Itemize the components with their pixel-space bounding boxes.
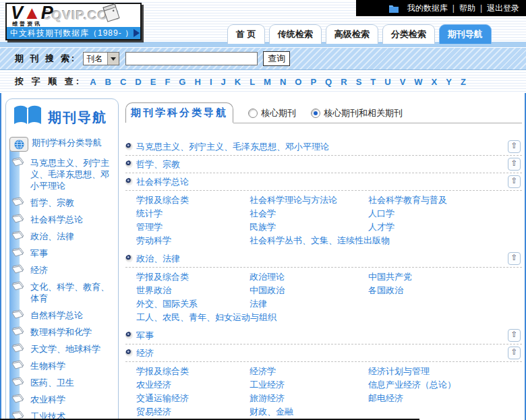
collapse-up-button[interactable]: ⇧ xyxy=(508,175,521,188)
subcategory-link[interactable]: 社会科学丛书、文集、连续性出版物 xyxy=(250,234,508,247)
subcategory-link[interactable]: 中国共产党 xyxy=(368,270,508,283)
subcategory-link[interactable]: 学报及综合类 xyxy=(136,270,250,283)
sidebar-item-biology[interactable]: 生物科学 xyxy=(6,357,118,374)
subcategory-link[interactable]: 工人、农民、青年、妇女运动与组织 xyxy=(136,311,508,324)
letter-link[interactable]: Y xyxy=(446,77,452,87)
tab-journal-navigation[interactable]: 期刊导航 xyxy=(439,24,492,44)
letter-link[interactable]: O xyxy=(295,77,301,87)
sidebar-item-journal-category-nav[interactable]: 期刊学科分类导航 xyxy=(6,134,118,154)
subcategory-link[interactable]: 劳动科学 xyxy=(136,234,250,247)
subcategory-link[interactable]: 农业经济 xyxy=(136,378,250,391)
subcategory-link[interactable]: 学报及综合类 xyxy=(136,193,250,206)
tab-journal-subject-navigation[interactable]: 期刊学科分类导航 xyxy=(125,102,233,123)
subcategory-link[interactable]: 民族学 xyxy=(250,220,368,233)
sidebar-item-astronomy-earth[interactable]: 天文学、地球科学 xyxy=(6,340,118,357)
sidebar-item-politics-law[interactable]: 政治、法律 xyxy=(6,228,118,245)
letter-link[interactable]: R xyxy=(341,77,347,87)
letter-link[interactable]: D xyxy=(135,77,141,87)
sidebar-item-marxism[interactable]: 马克思主义、列宁主义、毛泽东思想、邓小平理论 xyxy=(6,154,118,194)
radio-core-journals[interactable]: 核心期刊 xyxy=(248,107,296,119)
category-link[interactable]: 马克思主义、列宁主义、毛泽东思想、邓小平理论 xyxy=(136,142,329,152)
letter-link[interactable]: U xyxy=(384,77,390,87)
sidebar-item-social-science[interactable]: 社会科学总论 xyxy=(6,211,118,228)
letter-link[interactable]: C xyxy=(120,77,126,87)
tab-advanced-search[interactable]: 高级检索 xyxy=(326,24,378,44)
radio-core-and-related-journals[interactable]: 核心期刊和相关期刊 xyxy=(311,107,403,119)
letter-link[interactable]: X xyxy=(432,77,438,87)
search-input[interactable] xyxy=(125,52,258,65)
collapse-up-button[interactable]: ⇧ xyxy=(508,329,521,342)
sidebar-item-natural-science[interactable]: 自然科学总论 xyxy=(6,307,118,324)
subcategory-link[interactable]: 管理学 xyxy=(136,220,250,233)
subcategory-link[interactable]: 法律 xyxy=(250,297,508,310)
query-button[interactable]: 查询 xyxy=(263,51,290,66)
subcategory-link[interactable]: 社会科学教育与普及 xyxy=(368,193,508,206)
subcategory-link[interactable]: 经济学 xyxy=(250,365,368,378)
tab-category-search[interactable]: 分类检索 xyxy=(382,24,435,44)
radio-icon[interactable] xyxy=(248,109,258,118)
subcategory-link[interactable]: 人才学 xyxy=(368,220,508,233)
logout-link[interactable]: 退出登录 xyxy=(487,3,519,14)
tab-traditional-search[interactable]: 传统检索 xyxy=(269,24,322,44)
letter-link[interactable]: M xyxy=(264,77,271,87)
sidebar-item-math-chemistry[interactable]: 数理科学和化学 xyxy=(6,324,118,340)
collapse-up-button[interactable]: ⇧ xyxy=(508,140,521,153)
subcategory-link[interactable]: 邮电经济 xyxy=(368,392,508,404)
subcategory-link[interactable]: 外交、国际关系 xyxy=(136,297,250,310)
collapse-up-button[interactable]: ⇧ xyxy=(508,158,521,171)
sidebar-item-agriculture[interactable]: 农业科学 xyxy=(6,391,118,408)
chevron-down-icon[interactable] xyxy=(107,53,119,65)
subcategory-link[interactable]: 交通运输经济 xyxy=(136,392,250,404)
category-link[interactable]: 哲学、宗教 xyxy=(136,159,180,169)
subcategory-link[interactable]: 经济计划与管理 xyxy=(368,365,508,378)
letter-link[interactable]: T xyxy=(370,77,376,87)
letter-link[interactable]: G xyxy=(179,77,185,87)
collapse-up-button[interactable]: ⇧ xyxy=(508,252,521,265)
subcategory-link[interactable]: 财政、金融 xyxy=(250,405,508,418)
letter-link[interactable]: A xyxy=(90,77,96,87)
letter-link[interactable]: L xyxy=(250,77,255,87)
letter-link[interactable]: E xyxy=(150,77,156,87)
letter-link[interactable]: J xyxy=(221,77,226,87)
subcategory-link[interactable]: 人口学 xyxy=(368,207,508,220)
my-database-link[interactable]: 我的数据库 xyxy=(407,3,448,14)
help-link[interactable]: 帮助 xyxy=(459,3,475,14)
subcategory-link[interactable]: 贸易经济 xyxy=(136,405,250,418)
site-logo[interactable]: CQVIP.COM V▲P 维普资讯 中文科技期刊数据库（1989- ） xyxy=(5,3,142,40)
sidebar-item-economy[interactable]: 经济 xyxy=(6,262,118,278)
letter-link[interactable]: I xyxy=(210,77,212,87)
sidebar-item-military[interactable]: 军事 xyxy=(6,245,118,262)
category-link[interactable]: 社会科学总论 xyxy=(136,177,189,187)
subcategory-link[interactable]: 旅游经济 xyxy=(250,392,368,404)
subcategory-link[interactable]: 社会科学理论与方法论 xyxy=(250,193,368,206)
category-link[interactable]: 政治、法律 xyxy=(136,253,180,264)
letter-link[interactable]: Z xyxy=(461,77,466,87)
sidebar-item-medicine-health[interactable]: 医药、卫生 xyxy=(6,374,118,391)
letter-link[interactable]: F xyxy=(165,77,170,87)
category-link[interactable]: 经济 xyxy=(136,348,154,358)
letter-link[interactable]: B xyxy=(105,77,111,87)
letter-link[interactable]: P xyxy=(310,77,316,87)
subcategory-link[interactable]: 各国政治 xyxy=(368,284,508,297)
sidebar-item-culture-science-education-sports[interactable]: 文化、科学、教育、体育 xyxy=(6,278,118,307)
sidebar-item-philosophy-religion[interactable]: 哲学、宗教 xyxy=(6,194,118,211)
subcategory-link[interactable]: 学报及综合类 xyxy=(136,365,250,378)
radio-icon-selected[interactable] xyxy=(311,109,320,118)
letter-link[interactable]: V xyxy=(400,77,406,87)
letter-link[interactable]: W xyxy=(414,77,422,87)
letter-link[interactable]: N xyxy=(280,77,286,87)
search-field-select[interactable]: 刊名 xyxy=(83,52,119,65)
letter-link[interactable]: H xyxy=(194,77,200,87)
subcategory-link[interactable]: 政治理论 xyxy=(250,270,368,283)
category-link[interactable]: 军事 xyxy=(136,330,154,340)
subcategory-link[interactable]: 中国政治 xyxy=(250,284,368,297)
collapse-up-button[interactable]: ⇧ xyxy=(508,347,521,359)
subcategory-link[interactable]: 工业经济 xyxy=(250,378,368,391)
letter-link[interactable]: K xyxy=(235,77,241,87)
letter-link[interactable]: S xyxy=(356,77,362,87)
letter-link[interactable]: Q xyxy=(325,77,332,87)
subcategory-link[interactable]: 社会学 xyxy=(250,207,368,220)
subcategory-link[interactable]: 信息产业经济（总论） xyxy=(368,378,508,391)
subcategory-link[interactable]: 世界政治 xyxy=(136,284,250,297)
tab-home[interactable]: 首 页 xyxy=(227,24,265,44)
